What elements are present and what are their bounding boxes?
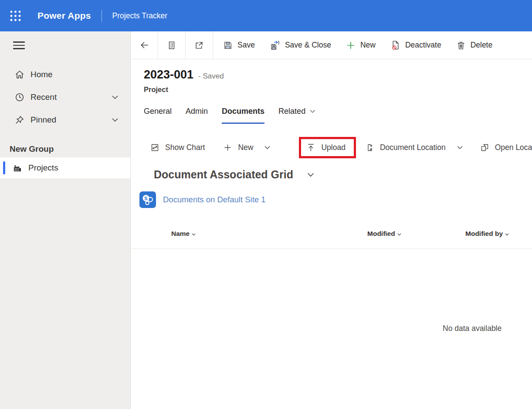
new-record-button[interactable]: New	[339, 31, 383, 59]
sidebar-item-label: Recent	[30, 92, 57, 102]
record-entity-type: Project	[144, 85, 532, 94]
highlight-annotation-box: Upload	[299, 137, 356, 158]
column-header-name[interactable]: Name	[171, 230, 196, 238]
back-button[interactable]	[131, 31, 158, 59]
chevron-down-icon	[397, 232, 402, 237]
open-location-label: Open Location	[495, 143, 532, 152]
building-icon	[12, 163, 23, 173]
tab-label: Documents	[222, 107, 264, 116]
save-close-icon	[270, 40, 280, 51]
deactivate-button[interactable]: Deactivate	[383, 31, 449, 59]
active-indicator-bar	[3, 161, 5, 174]
pin-icon	[14, 115, 25, 125]
save-button[interactable]: Save	[216, 31, 262, 59]
sidebar-item-projects[interactable]: Projects	[0, 157, 130, 178]
column-label: Modified	[367, 230, 395, 238]
chevron-down-icon	[456, 144, 464, 151]
sidebar-item-label: Projects	[28, 163, 58, 173]
upload-button[interactable]: Upload	[306, 143, 345, 152]
upload-label: Upload	[321, 143, 345, 152]
tab-documents[interactable]: Documents	[222, 107, 264, 124]
show-chart-label: Show Chart	[165, 143, 205, 152]
plus-icon	[223, 143, 232, 152]
new-button-label: New	[360, 41, 376, 50]
grid-header-row: Name Modified Modified by	[131, 226, 532, 249]
column-label: Modified by	[465, 230, 503, 238]
command-bar: Save	[131, 31, 532, 59]
document-location-link-row[interactable]: S Documents on Default Site 1	[139, 191, 532, 208]
delete-button[interactable]: Delete	[449, 31, 500, 59]
empty-grid-message: No data available	[443, 324, 532, 333]
save-button-label: Save	[237, 41, 255, 50]
chevron-down-icon	[306, 170, 315, 179]
document-location-link[interactable]: Documents on Default Site 1	[163, 195, 266, 204]
new-document-label: New	[238, 143, 253, 152]
popout-button[interactable]	[186, 31, 213, 59]
deactivate-icon	[390, 40, 400, 50]
main-content: Save	[131, 31, 532, 409]
record-title: 2023-001	[144, 68, 193, 82]
column-header-modified[interactable]: Modified	[367, 230, 402, 238]
record-save-status: - Saved	[198, 72, 224, 81]
document-location-button[interactable]: Document Location	[365, 143, 464, 152]
topbar-divider	[102, 10, 102, 22]
column-label: Name	[171, 230, 190, 238]
grid-view-selector[interactable]: Document Associated Grid	[154, 168, 532, 181]
app-title: Projects Tracker	[112, 11, 167, 20]
chevron-down-icon	[191, 232, 196, 237]
chevron-down-icon[interactable]	[111, 116, 119, 124]
trash-icon	[456, 41, 466, 50]
svg-text:S: S	[144, 196, 147, 201]
document-location-icon	[365, 143, 374, 152]
upload-icon	[306, 143, 315, 152]
grid-title: Document Associated Grid	[154, 168, 293, 181]
documents-toolbar: Show Chart New Uploa	[131, 134, 532, 160]
sidebar-item-label: Home	[30, 70, 53, 79]
save-and-close-button[interactable]: Save & Close	[262, 31, 339, 59]
chevron-down-icon[interactable]	[111, 93, 119, 101]
form-selector-button[interactable]	[158, 31, 185, 59]
sidebar-group-label: New Group	[10, 144, 130, 154]
sidebar-item-recent[interactable]: Recent	[0, 86, 130, 109]
column-header-modified-by[interactable]: Modified by	[465, 230, 509, 238]
form-tabs: General Admin Documents Related	[144, 107, 532, 124]
chevron-down-icon	[264, 144, 271, 151]
new-document-button[interactable]: New	[223, 143, 271, 152]
tab-label: Admin	[186, 107, 208, 116]
chevron-down-icon	[505, 232, 509, 237]
home-icon	[14, 69, 25, 80]
sharepoint-icon: S	[139, 191, 156, 208]
sidebar-item-label: Pinned	[30, 115, 56, 125]
document-location-label: Document Location	[380, 143, 446, 152]
delete-button-label: Delete	[471, 41, 493, 50]
tab-label: General	[144, 107, 172, 116]
deactivate-button-label: Deactivate	[405, 41, 441, 50]
sidebar-item-home[interactable]: Home	[0, 63, 130, 86]
app-logo-text: Power Apps	[37, 10, 91, 21]
open-location-button[interactable]: Open Location	[480, 143, 532, 152]
chevron-down-icon	[309, 108, 316, 115]
tab-general[interactable]: General	[144, 107, 172, 124]
save-close-button-label: Save & Close	[285, 41, 331, 50]
plus-icon	[346, 41, 356, 50]
sidebar: Home Recent Pinned	[0, 31, 131, 409]
tab-admin[interactable]: Admin	[186, 107, 208, 124]
show-chart-icon	[150, 143, 159, 152]
clock-icon	[14, 92, 25, 102]
open-location-icon	[480, 143, 489, 152]
waffle-menu-icon[interactable]	[10, 10, 21, 22]
tab-label: Related	[278, 107, 305, 116]
tab-related[interactable]: Related	[278, 107, 316, 124]
record-header: 2023-001 - Saved Project	[144, 68, 532, 94]
show-chart-button[interactable]: Show Chart	[150, 143, 205, 152]
hamburger-menu-icon[interactable]	[13, 41, 25, 49]
save-icon	[223, 41, 233, 50]
top-app-bar: Power Apps Projects Tracker	[0, 0, 532, 31]
divider	[213, 31, 213, 59]
sidebar-item-pinned[interactable]: Pinned	[0, 109, 130, 131]
